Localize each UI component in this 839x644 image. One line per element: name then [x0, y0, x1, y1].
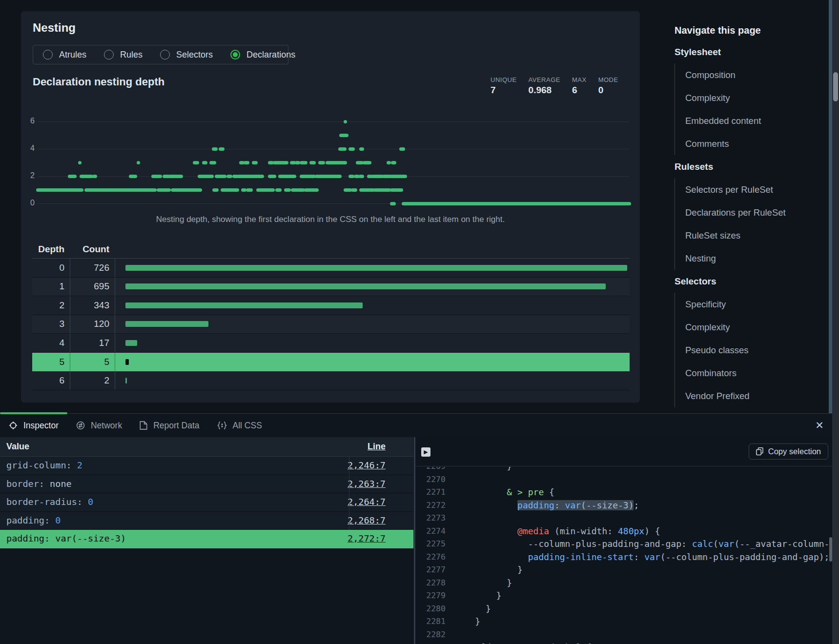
depth-table-row-5[interactable]: 55 — [32, 353, 630, 372]
stat-label: AVERAGE — [529, 76, 560, 83]
inspector-row[interactable]: grid-column: 22,246:7 — [0, 457, 413, 475]
stat-value: 6 — [572, 85, 587, 96]
stat-unique: UNIQUE7 — [491, 76, 517, 96]
toc-item-pseudo-classes[interactable]: Pseudo classes — [685, 339, 826, 362]
radio-atrules[interactable]: Atrules — [43, 50, 86, 60]
toc-item-specificity[interactable]: Specificity — [685, 293, 826, 316]
radio-declarations[interactable]: Declarations — [230, 50, 295, 60]
depth-3-dots — [209, 161, 216, 164]
depth-table-row-3[interactable]: 3120 — [32, 315, 630, 334]
toc-item-complexity[interactable]: Complexity — [685, 316, 826, 339]
depth-1-dots — [390, 188, 404, 192]
line-link[interactable]: 2,263:7 — [348, 479, 386, 489]
depth-3-dots — [252, 161, 258, 164]
radio-circle-icon[interactable] — [104, 50, 114, 60]
depth-table-row-6[interactable]: 62 — [32, 371, 630, 390]
depth-3-dots — [300, 161, 307, 164]
close-icon[interactable]: ✕ — [812, 418, 827, 433]
card-title: Nesting — [33, 21, 76, 35]
page-scrollbar-thumb[interactable] — [833, 72, 838, 101]
stat-label: UNIQUE — [491, 76, 517, 83]
tab-all-css[interactable]: All CSS — [208, 414, 271, 437]
code-line-2269: 2269 } — [415, 467, 832, 473]
radio-circle-icon[interactable] — [43, 50, 53, 60]
count-cell: 5 — [70, 353, 115, 372]
copy-selection-button[interactable]: Copy selection — [749, 443, 828, 460]
depth-table-row-2[interactable]: 2343 — [32, 296, 630, 315]
nesting-depth-scatter-chart: 6420 — [38, 121, 630, 207]
radio-selectors[interactable]: Selectors — [160, 50, 213, 60]
declaration-text: border: none — [6, 479, 72, 489]
line-number: 2280 — [415, 603, 446, 616]
toc-item-complexity[interactable]: Complexity — [685, 86, 826, 109]
count-bar — [125, 359, 129, 365]
depth-4-dots — [212, 147, 218, 151]
sidebar-toggle-icon[interactable]: ▶ — [421, 447, 430, 457]
tab-report-data[interactable]: Report Data — [131, 414, 208, 437]
depth-3-dots — [363, 161, 371, 164]
depth-cell: 4 — [32, 334, 70, 352]
y-axis-label: 6 — [26, 117, 35, 125]
depth-2-dots — [226, 175, 232, 178]
toc-item-nesting[interactable]: Nesting — [685, 247, 826, 270]
code-viewer: ▶ Copy selection 2269 }22702271 & > pre … — [415, 437, 832, 644]
nesting-card: Nesting AtrulesRulesSelectorsDeclaration… — [21, 11, 640, 402]
depth-cell: 0 — [32, 259, 70, 277]
toc-item-vendor-prefixed[interactable]: Vendor Prefixed — [685, 384, 826, 407]
stat-label: MAX — [572, 76, 587, 83]
depth-table-row-0[interactable]: 0726 — [32, 259, 630, 278]
stat-max: MAX6 — [572, 76, 587, 96]
inspector-row[interactable]: border: none2,263:7 — [0, 475, 413, 494]
toc-item-embedded-content[interactable]: Embedded content — [685, 109, 826, 132]
depth-3-dots — [193, 161, 199, 164]
page-scrollbar-track[interactable] — [832, 0, 839, 644]
line-link[interactable]: 2,272:7 — [348, 533, 386, 543]
depth-1-dots — [359, 188, 375, 192]
column-separator — [349, 457, 349, 530]
code-line-2278: 2278 } — [415, 577, 832, 590]
toc-section-items: Selectors per RuleSetDeclarations per Ru… — [675, 178, 826, 270]
toc-item-selectors-per-ruleset[interactable]: Selectors per RuleSet — [685, 178, 826, 201]
line-link[interactable]: 2,264:7 — [348, 497, 386, 507]
radio-circle-icon[interactable] — [160, 50, 170, 60]
network-icon — [76, 421, 85, 430]
tab-inspector[interactable]: Inspector — [0, 414, 67, 437]
line-link[interactable]: 2,268:7 — [348, 515, 386, 525]
stats-row: UNIQUE7AVERAGE0.968MAX6MODE0 — [491, 76, 618, 96]
depth-count-table: DepthCount07261695234331204175562 — [32, 244, 630, 390]
inspector-row[interactable]: padding: var(--size-3)2,272:7 — [0, 530, 413, 548]
depth-1-dots — [84, 188, 157, 192]
radio-rules[interactable]: Rules — [104, 50, 143, 60]
toc-item-composition[interactable]: Composition — [685, 63, 826, 86]
radio-circle-icon[interactable] — [230, 50, 240, 60]
toc-item-ruleset-sizes[interactable]: RuleSet sizes — [685, 224, 826, 247]
y-axis-label: 4 — [26, 144, 35, 153]
tab-network[interactable]: Network — [67, 414, 131, 437]
line-content: padding: var(--size-3); — [446, 499, 639, 512]
declaration-text: border-radius: 0 — [6, 497, 93, 507]
toc-item-combinators[interactable]: Combinators — [685, 362, 826, 384]
depth-2-dots — [129, 175, 137, 178]
code-scrollbar-thumb[interactable] — [829, 537, 832, 562]
y-axis-label: 2 — [26, 171, 35, 180]
line-link[interactable]: 2,246:7 — [348, 460, 386, 470]
depth-table-row-4[interactable]: 417 — [32, 334, 630, 353]
depth-2-dots — [390, 175, 407, 178]
inspector-row[interactable]: border-radius: 02,264:7 — [0, 493, 413, 512]
tab-label: Network — [91, 421, 122, 431]
radio-label: Selectors — [176, 50, 213, 60]
code-line-2279: 2279 } — [415, 589, 832, 603]
depth-table-row-1[interactable]: 1695 — [32, 278, 630, 297]
count-cell: 695 — [70, 278, 115, 296]
depth-cell: 2 — [32, 296, 70, 315]
depth-1-dots — [284, 188, 291, 192]
line-content: @media (min-width: 480px) { — [446, 525, 660, 538]
depth-1-dots — [256, 188, 275, 192]
line-number: 2283 — [415, 641, 446, 644]
inspector-row[interactable]: padding: 02,268:7 — [0, 512, 413, 530]
toc-item-comments[interactable]: Comments — [685, 132, 826, 155]
code-scroll-area[interactable]: 2269 }22702271 & > pre {2272 padding: va… — [415, 467, 832, 644]
section-title: Declaration nesting depth — [33, 76, 164, 88]
toc-item-declarations-per-ruleset[interactable]: Declarations per RuleSet — [685, 201, 826, 224]
line-column-header[interactable]: Line — [368, 442, 386, 452]
